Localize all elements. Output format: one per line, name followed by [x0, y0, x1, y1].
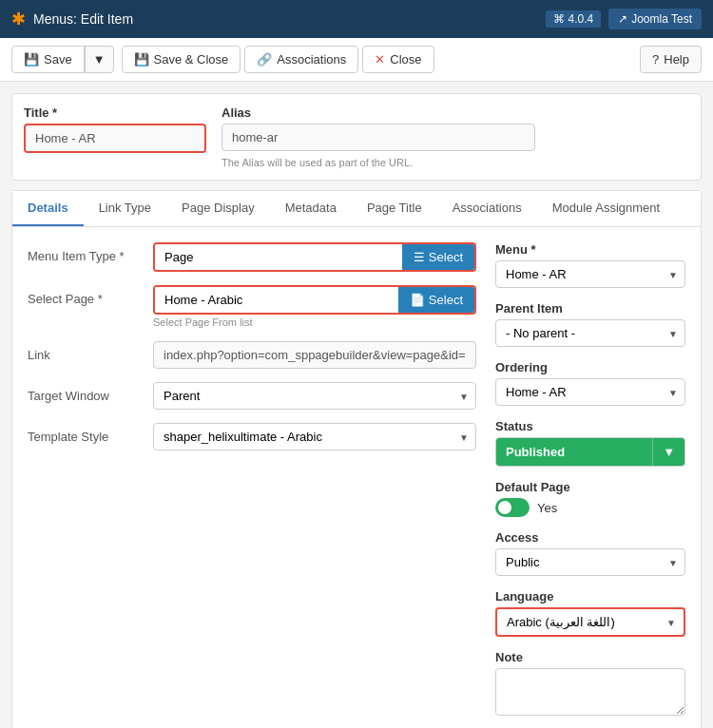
target-window-label: Target Window	[28, 382, 142, 403]
main-content: Title * Alias The Alias will be used as …	[0, 82, 713, 728]
tabs-header: Details Link Type Page Display Metadata …	[12, 191, 701, 227]
tabs-container: Details Link Type Page Display Metadata …	[11, 190, 702, 728]
link-row: Link	[28, 341, 476, 369]
right-panel: Menu * Home - AR Parent Item - No parent…	[495, 242, 685, 716]
select-page-control: 📄 Select Select Page From list	[153, 285, 476, 328]
title-label: Title *	[24, 105, 206, 120]
chevron-down-icon: ▼	[93, 52, 106, 67]
tab-associations[interactable]: Associations	[437, 191, 537, 226]
tab-link-type[interactable]: Link Type	[84, 191, 166, 226]
page-icon: 📄	[410, 293, 425, 307]
tab-content-details: Menu Item Type * ☰ Select Select Page	[12, 227, 701, 728]
status-group: Published ▼	[495, 437, 685, 467]
save-close-button[interactable]: 💾 Save & Close	[122, 46, 241, 73]
toolbar: 💾 Save ▼ 💾 Save & Close 🔗 Associations ✕…	[0, 38, 713, 82]
save-close-label: Save & Close	[154, 52, 229, 67]
ordering-field: Ordering Home - AR	[495, 360, 685, 406]
joomla-logo-icon: ✱	[11, 9, 26, 29]
top-bar-right: ⌘ 4.0.4 ↗ Joomla Test	[546, 9, 702, 29]
ordering-label: Ordering	[495, 360, 685, 374]
save-dropdown-button[interactable]: ▼	[85, 46, 114, 73]
version-badge: ⌘ 4.0.4	[546, 10, 601, 28]
target-window-select[interactable]: Parent	[153, 382, 476, 410]
save-icon: 💾	[24, 52, 39, 67]
template-style-label: Template Style	[28, 423, 142, 444]
ordering-select-wrapper: Home - AR	[495, 378, 685, 406]
menu-select-wrapper: Home - AR	[495, 260, 685, 288]
tab-page-display[interactable]: Page Display	[166, 191, 270, 226]
select-page-button[interactable]: 📄 Select	[398, 287, 474, 313]
save-label: Save	[44, 52, 72, 67]
title-section: Title * Alias The Alias will be used as …	[11, 93, 702, 181]
tab-details[interactable]: Details	[12, 191, 84, 226]
target-window-select-wrapper: Parent	[153, 382, 476, 410]
save-group: 💾 Save ▼	[11, 46, 114, 73]
language-label: Language	[495, 589, 685, 603]
note-field: Note	[495, 650, 685, 716]
associations-icon: 🔗	[257, 52, 272, 67]
template-style-select[interactable]: shaper_helixultimate - Arabic	[153, 423, 476, 450]
close-button[interactable]: ✕ Close	[362, 46, 434, 73]
note-textarea[interactable]	[495, 668, 685, 716]
access-select[interactable]: Public	[495, 548, 685, 576]
save-button[interactable]: 💾 Save	[11, 46, 85, 73]
parent-item-select-wrapper: - No parent -	[495, 319, 685, 347]
menu-item-type-label: Menu Item Type *	[28, 242, 142, 263]
status-field: Status Published ▼	[495, 419, 685, 467]
parent-item-label: Parent Item	[495, 301, 685, 316]
toggle-group: Yes	[495, 498, 685, 517]
target-window-control: Parent	[153, 382, 476, 410]
help-button[interactable]: ? Help	[640, 46, 702, 73]
menu-select[interactable]: Home - AR	[495, 260, 685, 288]
select-page-input-group: 📄 Select	[153, 285, 476, 315]
language-select-wrapper: Arabic (اللغة العربية)	[495, 607, 685, 637]
close-icon: ✕	[375, 52, 385, 67]
language-select[interactable]: Arabic (اللغة العربية)	[497, 609, 684, 635]
status-text: Published	[496, 438, 652, 466]
link-label: Link	[28, 341, 142, 362]
alias-hint: The Alias will be used as part of the UR…	[222, 157, 535, 168]
user-icon: ↗	[618, 12, 627, 26]
target-window-row: Target Window Parent	[28, 382, 476, 410]
title-field-group: Title *	[24, 105, 206, 153]
access-select-wrapper: Public	[495, 548, 685, 576]
menu-item-type-input[interactable]	[155, 244, 402, 270]
default-page-toggle[interactable]	[495, 498, 530, 517]
default-page-field: Default Page Yes	[495, 480, 685, 517]
alias-field-group: Alias The Alias will be used as part of …	[222, 105, 535, 168]
title-input[interactable]	[24, 124, 206, 153]
menu-label: Menu *	[495, 242, 685, 257]
ordering-select[interactable]: Home - AR	[495, 378, 685, 406]
select-page-label: Select Page *	[28, 285, 142, 306]
help-icon: ?	[652, 52, 659, 67]
top-bar: ✱ Menus: Edit Item ⌘ 4.0.4 ↗ Joomla Test	[0, 0, 713, 38]
template-style-row: Template Style shaper_helixultimate - Ar…	[28, 423, 476, 450]
associations-button[interactable]: 🔗 Associations	[244, 46, 358, 73]
parent-item-select[interactable]: - No parent -	[495, 319, 685, 347]
template-style-control: shaper_helixultimate - Arabic	[153, 423, 476, 450]
tab-module-assignment[interactable]: Module Assignment	[537, 191, 675, 226]
tab-metadata[interactable]: Metadata	[270, 191, 352, 226]
user-menu[interactable]: ↗ Joomla Test	[608, 9, 702, 29]
status-dropdown-button[interactable]: ▼	[652, 438, 684, 466]
tab-page-title[interactable]: Page Title	[352, 191, 437, 226]
close-label: Close	[390, 52, 421, 67]
menu-item-type-select-button[interactable]: ☰ Select	[402, 244, 474, 270]
link-input[interactable]	[153, 341, 476, 369]
top-bar-left: ✱ Menus: Edit Item	[11, 9, 133, 29]
help-label: Help	[664, 52, 689, 67]
default-page-yes: Yes	[537, 501, 557, 515]
template-style-select-wrapper: shaper_helixultimate - Arabic	[153, 423, 476, 450]
parent-item-field: Parent Item - No parent -	[495, 301, 685, 347]
alias-input[interactable]	[222, 124, 535, 151]
select-page-btn-label: Select	[429, 293, 463, 307]
select-page-input[interactable]	[155, 287, 398, 313]
user-label: Joomla Test	[631, 12, 692, 26]
access-label: Access	[495, 530, 685, 545]
save-close-icon: 💾	[134, 52, 149, 67]
select-icon: ☰	[414, 250, 425, 264]
menu-item-type-control: ☰ Select	[153, 242, 476, 272]
note-label: Note	[495, 650, 685, 664]
default-page-label: Default Page	[495, 480, 685, 494]
menu-item-type-row: Menu Item Type * ☰ Select	[28, 242, 476, 272]
